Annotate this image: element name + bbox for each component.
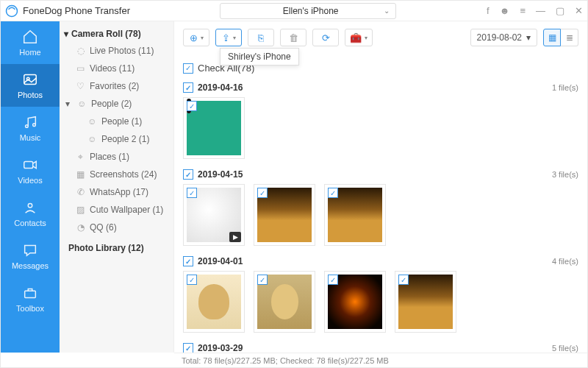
nav-videos[interactable]: Videos [1, 149, 60, 192]
chevron-down-icon: ▾ [233, 35, 236, 41]
sidebar-item-label: Places (1) [90, 152, 129, 162]
group-header[interactable]: ✓2019-04-014 file(s) [183, 252, 578, 271]
export-to-pc-button[interactable]: ⎘ [248, 29, 274, 46]
nav-label: Toolbox [16, 304, 44, 313]
sidebar-item-label: Cuto Wallpaper (1) [90, 205, 163, 215]
group-header[interactable]: ✓2019-04-161 file(s) [183, 78, 578, 97]
sidebar-item-screenshots[interactable]: ▦Screenshots (24) [62, 166, 171, 183]
device-selector[interactable]: Ellen's iPhone ⌄ [220, 3, 396, 19]
thumbnail-checkbox[interactable]: ✓ [328, 275, 338, 285]
export-pc-icon: ⎘ [258, 32, 264, 43]
menu-icon[interactable]: ≡ [520, 5, 526, 16]
transfer-target-tooltip: Shirley's iPhone [220, 48, 299, 66]
thumbnail-checkbox[interactable]: ✓ [328, 188, 338, 198]
photo-thumbnail[interactable]: ✓ [183, 271, 245, 333]
sidebar-item-people-1[interactable]: ☺People (1) [62, 113, 171, 130]
delete-button[interactable]: 🗑 [280, 29, 306, 46]
minimize-icon[interactable]: — [536, 5, 545, 16]
thumbnail-checkbox[interactable]: ✓ [187, 275, 197, 285]
group-checkbox[interactable]: ✓ [183, 343, 193, 353]
main-panel: ⊕▾ ⇪▾ ⎘ 🗑 ⟳ 🧰▾ 2019-08-02▾ ▦ ≣ Shirley's… [174, 21, 587, 353]
photo-thumbnail[interactable]: ✓ [254, 271, 315, 333]
maximize-icon[interactable]: ▢ [556, 5, 564, 16]
person-icon: ☺ [87, 116, 97, 127]
photo-thumbnail[interactable]: ✓ [324, 184, 386, 246]
sidebar-item-label: People (2) [91, 99, 132, 109]
sidebar-camera-roll[interactable]: ▾ Camera Roll (78) [62, 26, 171, 42]
date-filter[interactable]: 2019-08-02▾ [470, 29, 537, 46]
sidebar-item-qq[interactable]: ◔QQ (6) [62, 219, 171, 236]
photo-thumbnail[interactable]: ✓ [395, 271, 456, 333]
nav-label: Messages [12, 261, 49, 270]
sidebar-item-live-photos[interactable]: ◌Live Photos (11) [62, 42, 171, 60]
nav-music[interactable]: Music [1, 107, 60, 149]
check-all-checkbox[interactable]: ✓ [183, 63, 193, 74]
thumbnail-checkbox[interactable]: ✓ [187, 188, 197, 198]
wallpaper-icon: ▨ [76, 205, 85, 215]
sidebar-item-whatsapp[interactable]: ✆WhatsApp (17) [62, 183, 171, 201]
sidebar-item-places[interactable]: ⌖Places (1) [62, 148, 171, 166]
sidebar-item-people-2[interactable]: ☺People 2 (1) [62, 130, 171, 148]
group-count: 1 file(s) [552, 83, 578, 92]
list-view-button[interactable]: ≣ [561, 29, 578, 46]
group-checkbox[interactable]: ✓ [183, 256, 193, 266]
group-count: 4 file(s) [552, 257, 578, 266]
sidebar-item-label: Live Photos (11) [90, 46, 154, 56]
facebook-icon[interactable]: f [487, 5, 490, 16]
sidebar-item-favorites[interactable]: ♡Favorites (2) [62, 77, 171, 95]
refresh-icon: ⟳ [322, 32, 330, 43]
sidebar-item-cuto-wallpaper[interactable]: ▨Cuto Wallpaper (1) [62, 201, 171, 219]
plus-icon: ⊕ [190, 32, 198, 43]
photo-thumbnail[interactable]: ✓ [183, 97, 245, 159]
thumbnail-checkbox[interactable]: ✓ [257, 188, 268, 198]
heart-icon: ♡ [76, 81, 85, 91]
window-controls: f ☻ ≡ — ▢ ✕ [487, 5, 583, 16]
group-checkbox[interactable]: ✓ [183, 169, 193, 180]
thumbnail-checkbox[interactable]: ✓ [187, 101, 197, 111]
svg-point-3 [26, 125, 29, 128]
videos-icon [22, 157, 38, 173]
nav-photos[interactable]: Photos [1, 64, 60, 107]
thumbnail-row: ✓▶✓✓ [183, 184, 578, 252]
sidebar-item-label: Camera Roll (78) [71, 29, 141, 39]
chevron-down-icon: ▾ [365, 35, 368, 41]
refresh-button[interactable]: ⟳ [312, 29, 339, 46]
nav-messages[interactable]: Messages [1, 235, 60, 277]
add-button[interactable]: ⊕▾ [183, 29, 209, 46]
person-icon: ☺ [87, 134, 97, 144]
nav-rail: Home Photos Music Videos Contacts Messag… [1, 21, 60, 353]
list-icon: ≣ [566, 32, 573, 43]
photo-thumbnail[interactable]: ✓ [324, 271, 386, 333]
thumbnail-checkbox[interactable]: ✓ [398, 275, 409, 285]
photo-content: ✓2019-04-161 file(s)✓✓2019-04-153 file(s… [174, 78, 587, 353]
thumbnail-checkbox[interactable]: ✓ [257, 275, 268, 285]
photo-thumbnail[interactable]: ✓ [254, 184, 315, 246]
nav-toolbox[interactable]: Toolbox [1, 277, 60, 320]
sidebar: ▾ Camera Roll (78) ◌Live Photos (11) ▭Vi… [60, 21, 174, 353]
export-to-device-button[interactable]: ⇪▾ [215, 29, 242, 46]
group-date: 2019-03-29 [198, 343, 243, 353]
people-icon: ☺ [77, 99, 87, 109]
grid-view-button[interactable]: ▦ [543, 29, 561, 46]
group-date: 2019-04-15 [198, 169, 243, 180]
photo-thumbnail[interactable]: ✓▶ [183, 184, 245, 246]
sidebar-item-people[interactable]: ▾☺People (2) [62, 95, 171, 113]
group-header[interactable]: ✓2019-03-295 file(s) [183, 339, 578, 353]
group-date: 2019-04-01 [198, 256, 243, 266]
titlebar: FoneDog Phone Transfer Ellen's iPhone ⌄ … [1, 1, 587, 21]
group-date: 2019-04-16 [198, 82, 243, 93]
group-checkbox[interactable]: ✓ [183, 82, 193, 93]
nav-contacts[interactable]: Contacts [1, 192, 60, 235]
sidebar-item-videos[interactable]: ▭Videos (11) [62, 60, 171, 77]
svg-rect-5 [24, 161, 33, 168]
toolbox-button[interactable]: 🧰▾ [345, 29, 373, 46]
sidebar-photo-library[interactable]: Photo Library (12) [62, 239, 171, 257]
thumbnail-row: ✓✓✓✓ [183, 271, 578, 339]
group-header[interactable]: ✓2019-04-153 file(s) [183, 165, 578, 184]
grid-icon: ▦ [548, 32, 556, 43]
nav-home[interactable]: Home [1, 21, 60, 64]
export-device-icon: ⇪ [222, 32, 230, 43]
feedback-icon[interactable]: ☻ [500, 5, 510, 16]
close-icon[interactable]: ✕ [575, 5, 583, 16]
view-toggle: ▦ ≣ [543, 29, 578, 46]
